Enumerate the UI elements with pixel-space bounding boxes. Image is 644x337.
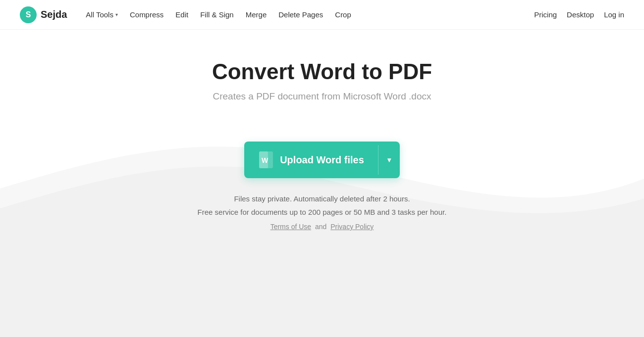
nav-item-delete-pages[interactable]: Delete Pages — [273, 7, 328, 22]
page-subtitle: Creates a PDF document from Microsoft Wo… — [213, 91, 431, 102]
dropdown-arrow-icon: ▾ — [387, 156, 391, 164]
content-area: W Upload Word files ▾ Files stay private… — [198, 142, 447, 231]
info-line-2: Free service for documents up to 200 pag… — [198, 205, 447, 219]
upload-dropdown-trigger[interactable]: ▾ — [378, 147, 400, 173]
nav-left: S Sejda All Tools ▾ Compress Edit Fill &… — [20, 6, 356, 23]
nav-label-all-tools: All Tools — [86, 10, 113, 19]
upload-button-main: W Upload Word files — [244, 142, 378, 178]
nav-label-compress: Compress — [130, 10, 163, 19]
nav-item-merge[interactable]: Merge — [241, 7, 272, 22]
nav-label-merge: Merge — [246, 10, 267, 19]
info-text: Files stay private. Automatically delete… — [198, 192, 447, 219]
main-content: Convert Word to PDF Creates a PDF docume… — [0, 30, 644, 337]
nav-pricing[interactable]: Pricing — [534, 10, 557, 19]
nav-login[interactable]: Log in — [604, 10, 624, 19]
logo-name: Sejda — [41, 9, 67, 20]
nav-right: Pricing Desktop Log in — [534, 10, 624, 19]
privacy-link[interactable]: Privacy Policy — [330, 223, 374, 231]
logo[interactable]: S Sejda — [20, 6, 67, 23]
nav-label-crop: Crop — [335, 10, 351, 19]
upload-button-label: Upload Word files — [280, 154, 364, 166]
upload-button[interactable]: W Upload Word files ▾ — [244, 142, 400, 178]
nav-item-edit[interactable]: Edit — [170, 7, 193, 22]
header: S Sejda All Tools ▾ Compress Edit Fill &… — [0, 0, 644, 30]
nav-item-all-tools[interactable]: All Tools ▾ — [81, 7, 123, 22]
nav-desktop[interactable]: Desktop — [567, 10, 594, 19]
nav-item-compress[interactable]: Compress — [125, 7, 168, 22]
nav-label-edit: Edit — [175, 10, 188, 19]
info-line-1: Files stay private. Automatically delete… — [198, 192, 447, 205]
logo-icon: S — [20, 6, 37, 23]
nav-label-delete-pages: Delete Pages — [278, 10, 323, 19]
nav-item-fill-sign[interactable]: Fill & Sign — [195, 7, 239, 22]
terms-link[interactable]: Terms of Use — [270, 223, 311, 231]
svg-text:W: W — [262, 156, 268, 164]
nav-menu: All Tools ▾ Compress Edit Fill & Sign Me… — [81, 7, 356, 22]
links-row: Terms of Use and Privacy Policy — [270, 223, 374, 231]
word-file-icon: W — [258, 150, 274, 169]
nav-item-crop[interactable]: Crop — [330, 7, 356, 22]
nav-label-fill-sign: Fill & Sign — [200, 10, 234, 19]
and-separator: and — [315, 223, 326, 231]
chevron-down-icon: ▾ — [115, 12, 118, 17]
page-title: Convert Word to PDF — [212, 59, 432, 84]
